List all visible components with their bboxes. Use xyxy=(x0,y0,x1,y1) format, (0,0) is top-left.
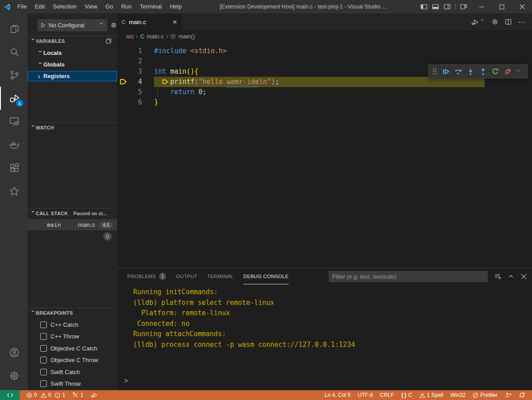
menu-run[interactable]: Run xyxy=(117,0,136,13)
line-number[interactable]: 3 xyxy=(117,67,142,77)
console-input-prompt[interactable]: > xyxy=(124,377,128,385)
customize-layout-icon[interactable] xyxy=(460,3,467,10)
run-and-debug-icon[interactable]: 1 xyxy=(0,87,28,110)
menubar: FileEditSelectionViewGoRunTerminalHelp xyxy=(13,0,186,13)
clear-console-icon[interactable] xyxy=(494,273,501,280)
console-filter-input[interactable] xyxy=(329,271,488,282)
editor-settings-gear-icon[interactable] xyxy=(491,18,498,25)
breakpoint-checkbox[interactable] xyxy=(40,321,47,328)
maximize-panel-icon[interactable] xyxy=(508,273,514,279)
step-out-icon[interactable] xyxy=(479,67,487,76)
menu-go[interactable]: Go xyxy=(101,0,117,13)
star-extension-icon[interactable] xyxy=(0,179,28,203)
explorer-icon[interactable] xyxy=(0,17,28,40)
step-into-icon[interactable] xyxy=(466,67,475,76)
breakpoint-checkbox[interactable] xyxy=(40,333,47,340)
panel-tab-terminal[interactable]: TERMINAL xyxy=(207,268,234,284)
breakpoint-checkbox[interactable] xyxy=(40,369,47,375)
encoding-indicator[interactable]: UTF-8 xyxy=(355,390,376,400)
more-actions-icon[interactable]: ⋯ xyxy=(518,18,526,26)
close-window-button[interactable] xyxy=(512,0,532,13)
breakpoint-row[interactable]: Swift Catch xyxy=(28,366,117,378)
disconnect-icon[interactable] xyxy=(503,67,512,76)
call-stack-section-header[interactable]: › CALL STACK Paused on st... xyxy=(28,208,117,218)
breakpoint-checkbox[interactable] xyxy=(40,357,47,363)
remote-explorer-icon[interactable] xyxy=(0,110,28,133)
line-col-indicator[interactable]: Ln 4, Col 5 xyxy=(322,390,354,400)
menu-selection[interactable]: Selection xyxy=(49,0,80,13)
line-number[interactable]: 4 xyxy=(117,77,142,87)
variables-scope-locals[interactable]: ›Locals xyxy=(28,48,117,58)
code-line-6[interactable]: 6} xyxy=(117,97,532,108)
breadcrumbs[interactable]: src › C main.c › main() xyxy=(117,30,532,42)
toggle-sidebar-icon[interactable] xyxy=(420,3,427,10)
breakpoint-row[interactable]: Objective C Catch xyxy=(28,342,117,354)
line-number[interactable]: 2 xyxy=(117,56,142,67)
breadcrumb-folder[interactable]: src xyxy=(126,33,134,40)
spell-indicator[interactable]: 1 Spell xyxy=(416,390,447,400)
launch-config-gear-icon[interactable] xyxy=(110,22,117,29)
toggle-panel-icon[interactable] xyxy=(432,3,439,10)
breakpoint-row[interactable]: Objective C Throw xyxy=(28,354,117,367)
menu-file[interactable]: File xyxy=(13,0,31,13)
eol-indicator[interactable]: CRLF xyxy=(377,390,397,400)
line-number[interactable]: 1 xyxy=(117,46,142,56)
code-line-1[interactable]: 1#include <stdio.h> xyxy=(117,46,532,56)
minimize-button[interactable] xyxy=(472,0,492,13)
run-or-debug-icon[interactable]: › xyxy=(471,18,485,26)
breakpoint-row[interactable]: C++ Catch xyxy=(28,319,117,331)
settings-gear-icon[interactable] xyxy=(0,364,28,388)
toggle-secondary-sidebar-icon[interactable] xyxy=(444,3,451,10)
split-editor-icon[interactable] xyxy=(505,18,512,25)
panel-tab-problems[interactable]: PROBLEMS1 xyxy=(127,268,166,284)
source-control-icon[interactable] xyxy=(0,63,28,87)
close-panel-icon[interactable] xyxy=(521,274,527,279)
code-editor[interactable]: › 1#include <stdio.h>23int main(){4 prin… xyxy=(117,42,532,268)
watch-section-header[interactable]: › WATCH xyxy=(28,122,117,133)
tab-main-c[interactable]: C main.c ✕ xyxy=(117,13,182,30)
panel-tab-output[interactable]: OUTPUT xyxy=(176,268,197,284)
problems-status[interactable]: 0 0 1 xyxy=(23,390,68,400)
search-icon[interactable] xyxy=(0,40,28,63)
menu-terminal[interactable]: Terminal xyxy=(136,0,166,13)
breadcrumb-file[interactable]: main.c xyxy=(147,33,163,40)
line-number[interactable]: 5 xyxy=(117,87,142,97)
formatter-indicator[interactable]: Prettier xyxy=(469,390,501,400)
docker-icon[interactable] xyxy=(0,133,28,156)
panel-tab-debug-console[interactable]: DEBUG CONSOLE xyxy=(243,268,289,284)
notifications-bell-icon[interactable] xyxy=(515,390,528,400)
remote-indicator[interactable] xyxy=(0,390,20,400)
code-line-5[interactable]: 5 return 0; xyxy=(117,87,532,97)
menu-view[interactable]: View xyxy=(81,0,101,13)
maximize-button[interactable] xyxy=(492,0,512,13)
account-icon[interactable] xyxy=(0,341,28,364)
toolbar-drag-grip[interactable] xyxy=(432,68,437,75)
breakpoint-row[interactable]: C++ Throw xyxy=(28,331,117,343)
platform-indicator[interactable]: Win32 xyxy=(447,390,469,400)
variables-scope-globals[interactable]: ›Globals xyxy=(28,59,117,70)
line-number[interactable]: 6 xyxy=(117,97,142,108)
continue-icon[interactable] xyxy=(441,67,450,76)
language-indicator[interactable]: { } C xyxy=(398,390,415,400)
menu-help[interactable]: Help xyxy=(166,0,186,13)
breakpoint-checkbox[interactable] xyxy=(40,345,47,352)
breakpoint-row[interactable]: Swift Throw xyxy=(28,378,117,390)
tools-status[interactable]: 1 xyxy=(69,390,87,400)
stack-frame-row[interactable]: main main.c 4:5 xyxy=(28,219,117,230)
variables-section-header[interactable]: › VARIABLES xyxy=(28,36,117,46)
breakpoint-checkbox[interactable] xyxy=(40,380,47,387)
extensions-icon[interactable] xyxy=(0,156,28,179)
debug-config-dropdown[interactable]: No Configurat › xyxy=(38,19,107,31)
copy-icon[interactable] xyxy=(105,38,112,44)
variables-scope-registers[interactable]: ›Registers xyxy=(28,71,117,81)
breadcrumb-symbol[interactable]: main() xyxy=(178,33,195,40)
debug-status-icon[interactable] xyxy=(88,390,101,400)
menu-edit[interactable]: Edit xyxy=(31,0,49,13)
debug-session-chevron-icon[interactable]: › xyxy=(515,69,522,74)
close-tab-icon[interactable]: ✕ xyxy=(172,19,177,25)
feedback-icon[interactable] xyxy=(502,390,515,400)
restart-icon[interactable] xyxy=(491,67,499,75)
panel-tab-badge: 1 xyxy=(159,273,166,280)
step-over-icon[interactable] xyxy=(454,67,462,76)
breakpoints-section-header[interactable]: › BREAKPOINTS xyxy=(28,308,117,318)
